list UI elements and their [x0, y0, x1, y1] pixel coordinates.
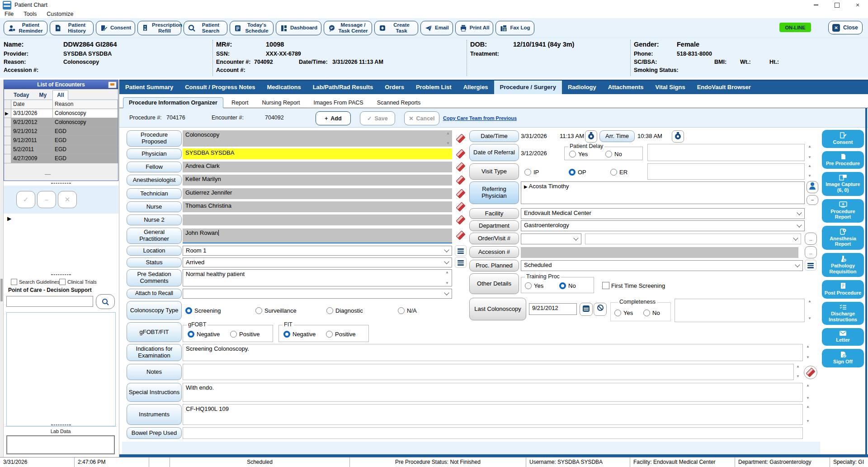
field-label-referring-physician[interactable]: Referring Physician	[469, 181, 519, 204]
encounter-row-reason[interactable]: EGD	[53, 145, 118, 154]
procedure-report-rail-button[interactable]: Procedure Report	[822, 199, 864, 223]
field-label-indications[interactable]: Indications for Examination	[127, 344, 182, 361]
patient-search-button[interactable]: Patient Search	[184, 21, 227, 35]
visit-type-ip-radio[interactable]: IP	[524, 169, 539, 176]
scroll-arrows[interactable]: ▲▼	[807, 145, 813, 159]
tab-problem-list[interactable]: Problem List	[410, 81, 458, 94]
notes-field[interactable]	[183, 364, 794, 380]
field-label-order-visit[interactable]: Order/Visit #	[469, 233, 519, 244]
encounter-row-date[interactable]: 4/27/2009	[11, 154, 53, 163]
field-label-datetime[interactable]: Date/Time	[469, 130, 519, 142]
patient-delay-no-radio[interactable]: No	[605, 151, 622, 157]
tab-lab-path-rad-results[interactable]: Lab/Path/Rad Results	[307, 81, 379, 94]
order-visit-select-large[interactable]	[585, 234, 801, 244]
physician-field[interactable]: SYSDBA SYSDBA	[183, 148, 452, 159]
order-visit-more-button[interactable]: ..	[805, 233, 817, 245]
field-label-accession[interactable]: Accession #	[469, 246, 519, 258]
erase-general-practitioner-button[interactable]	[455, 230, 467, 241]
poc-results-list[interactable]	[6, 312, 116, 426]
field-label-date-of-referral[interactable]: Date of Referral	[469, 144, 519, 161]
encounter-row-reason[interactable]: EGD	[53, 154, 118, 163]
indications-field[interactable]: Screening Colonoscopy.	[183, 344, 803, 361]
email-button[interactable]: Email	[420, 21, 453, 35]
erase-technician-button[interactable]	[455, 188, 467, 199]
encounters-tab-today[interactable]: Today	[9, 91, 33, 100]
location-menu-button[interactable]	[455, 245, 467, 256]
gfobt-positive-radio[interactable]: Positive	[230, 331, 260, 338]
encounter-row-date[interactable]: 9/21/2012	[11, 127, 53, 136]
special-instructions-field[interactable]: With endo.	[183, 383, 803, 402]
anesthesiologist-field[interactable]: Keller Marilyn	[183, 175, 452, 186]
erase-nurse2-button[interactable]	[455, 214, 467, 225]
encounter-row-reason[interactable]: Colonoscopy	[53, 109, 118, 118]
bowel-prep-field[interactable]	[183, 427, 803, 439]
location-select[interactable]: Room 1	[183, 246, 452, 256]
menu-tools[interactable]: Tools	[24, 11, 37, 17]
field-label-bowel-prep[interactable]: Bowel Prep Used	[127, 427, 182, 439]
training-proc-no-radio[interactable]: No	[559, 282, 576, 289]
patient-reminder-button[interactable]: Patient Reminder	[4, 21, 47, 35]
department-select[interactable]: Gastroenterology	[521, 220, 805, 231]
field-label-physician[interactable]: Physician	[127, 148, 182, 159]
discharge-instructions-rail-button[interactable]: Discharge Instructions	[822, 302, 864, 325]
menu-customize[interactable]: Customize	[47, 11, 73, 17]
column-header-reason[interactable]: Reason	[53, 100, 118, 109]
prescription-refill-button[interactable]: Prescription Refill	[137, 21, 181, 35]
confirm-button[interactable]: ✓	[16, 191, 35, 208]
scroll-arrows[interactable]: ▲▼	[805, 405, 811, 423]
tab-endovault-browser[interactable]: EndoVault Browser	[691, 81, 757, 94]
attach-to-recall-select[interactable]	[183, 289, 452, 299]
sign-off-rail-button[interactable]: Sign Off	[822, 349, 864, 367]
field-label-nurse2[interactable]: Nurse 2	[127, 214, 182, 225]
encounter-row-date[interactable]: 9/21/2012	[11, 118, 53, 127]
scroll-arrows[interactable]: ▲▼	[807, 300, 813, 320]
close-chart-button[interactable]: ✕Close	[828, 21, 863, 34]
menu-file[interactable]: File	[5, 11, 14, 17]
visit-type-er-radio[interactable]: ER	[610, 169, 627, 176]
erase-fellow-button[interactable]	[455, 162, 467, 172]
scroll-arrows[interactable]: ▲▼	[807, 164, 813, 178]
letter-rail-button[interactable]: Letter	[822, 328, 864, 346]
general-practitioner-field[interactable]: John Rowan	[183, 229, 452, 243]
create-task-button[interactable]: Create Task	[374, 21, 418, 35]
subtab-nursing-report[interactable]: Nursing Report	[256, 98, 305, 108]
message-task-center-button[interactable]: Message / Task Center	[324, 21, 372, 35]
tab-patient-summary[interactable]: Patient Summary	[119, 81, 179, 94]
encounter-row-date[interactable]: 9/12/2011	[11, 136, 53, 145]
erase-nurse-button[interactable]	[455, 201, 467, 212]
image-capture-rail-button[interactable]: Image Capture (6, 0)	[822, 172, 864, 195]
left-scrollbar[interactable]	[0, 80, 4, 457]
maximize-button[interactable]	[826, 0, 847, 10]
erase-physician-button[interactable]	[455, 148, 467, 159]
arrival-time[interactable]: 10:38 AM	[637, 133, 662, 139]
field-label-fellow[interactable]: Fellow	[127, 162, 182, 172]
clinical-trials-option[interactable]: Clinical Trials	[59, 279, 97, 285]
encounters-collapse-button[interactable]	[108, 81, 117, 88]
tab-procedure-surgery[interactable]: Procedure / Surgery	[494, 81, 562, 94]
tab-attachments[interactable]: Attachments	[602, 81, 650, 94]
tab-medications[interactable]: Medications	[261, 81, 307, 94]
consent-button[interactable]: Consent	[96, 21, 135, 35]
order-visit-select-small[interactable]	[521, 234, 581, 244]
arrival-timer-icon-button[interactable]	[672, 130, 684, 143]
status-menu-button[interactable]	[455, 257, 467, 268]
scroll-arrows[interactable]: ▲▼	[795, 365, 801, 378]
training-proc-yes-radio[interactable]: Yes	[525, 282, 543, 289]
procedure-date[interactable]: 3/31/2026	[521, 133, 547, 139]
clear-date-button[interactable]	[594, 303, 607, 316]
tab-radiology[interactable]: Radiology	[562, 81, 602, 94]
minimize-button[interactable]	[806, 0, 826, 10]
encounter-row-reason[interactable]: EGD	[53, 136, 118, 145]
subtab-images-from-pacs[interactable]: Images From PACS	[308, 98, 368, 108]
pathology-requisition-rail-button[interactable]: Pathology Requisition	[822, 253, 864, 277]
todays-schedule-button[interactable]: Today's Schedule	[230, 21, 274, 35]
search-guidelines-option[interactable]: Search Guidelines	[11, 279, 60, 285]
consent-rail-button[interactable]: Consent	[822, 130, 864, 148]
field-label-status[interactable]: Status	[127, 257, 182, 267]
remove-referring-physician-button[interactable]: −	[807, 195, 818, 205]
patient-delay-yes-radio[interactable]: Yes	[569, 151, 588, 157]
field-label-location[interactable]: Location	[127, 246, 182, 256]
field-label-visit-type[interactable]: Visit Type	[469, 163, 519, 180]
field-label-pre-sedation-comments[interactable]: Pre Sedation Comments	[127, 269, 182, 286]
field-label-anesthesiologist[interactable]: Anesthesiologist	[127, 175, 182, 186]
